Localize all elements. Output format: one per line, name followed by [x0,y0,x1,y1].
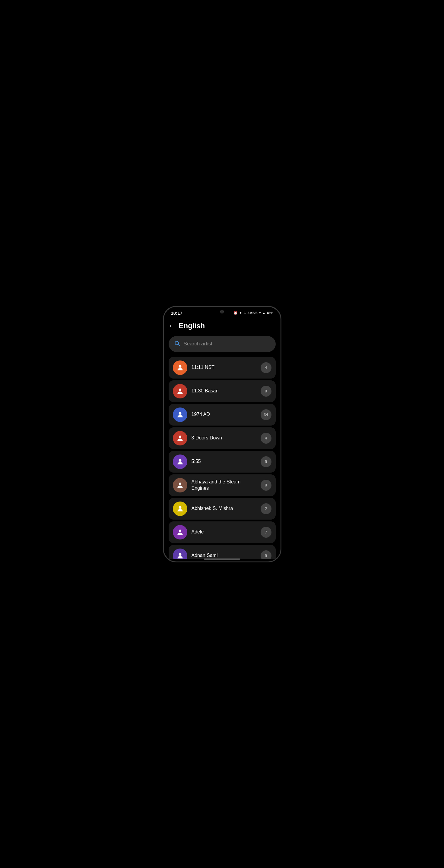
phone-inner: 18:17 ⏰ ✦ 0.13 KB/S ▾ ▲ 85% ← English [164,307,280,561]
list-item[interactable]: 11:30 Basan8 [169,380,276,402]
svg-point-3 [179,389,181,391]
svg-point-10 [179,553,181,556]
app-content: ← English 11:11 NST4 [164,317,280,559]
list-item[interactable]: 3 Doors Down4 [169,427,276,449]
signal-icon: ▲ [262,311,266,315]
track-count-badge: 5 [261,456,271,467]
svg-point-5 [179,435,181,438]
phone-frame: 18:17 ⏰ ✦ 0.13 KB/S ▾ ▲ 85% ← English [163,306,282,562]
artist-avatar [173,525,187,539]
bluetooth-icon: ✦ [239,311,242,315]
artist-name: Abhaya and the Steam Engines [191,479,256,492]
header: ← English [169,317,276,336]
svg-point-6 [179,459,181,462]
person-icon [176,364,184,372]
artist-list: 11:11 NST4 11:30 Basan8 1974 AD34 3 Door… [169,357,276,559]
list-item[interactable]: Adele7 [169,521,276,543]
track-count-badge: 7 [261,527,271,538]
track-count-badge: 9 [261,550,271,559]
person-icon [176,411,184,418]
artist-name: 1974 AD [191,411,256,418]
track-count-badge: 34 [261,409,271,420]
artist-avatar [173,361,187,375]
person-icon [176,458,184,466]
track-count-badge: 8 [261,386,271,397]
svg-point-9 [179,530,181,532]
artist-avatar [173,384,187,398]
wifi-icon: ▾ [259,311,261,315]
artist-avatar [173,478,187,493]
list-item[interactable]: 11:11 NST4 [169,357,276,378]
person-icon [176,481,184,489]
search-bar[interactable] [169,336,276,352]
artist-name: 5:55 [191,458,256,465]
list-item[interactable]: Abhaya and the Steam Engines8 [169,474,276,496]
person-icon [176,552,184,559]
bottom-indicator [164,559,280,561]
status-icons: ⏰ ✦ 0.13 KB/S ▾ ▲ 85% [233,311,273,315]
artist-avatar [173,501,187,516]
svg-point-4 [179,412,181,415]
svg-point-2 [179,365,181,368]
track-count-badge: 2 [261,503,271,514]
person-icon [176,387,184,395]
list-item[interactable]: 1974 AD34 [169,404,276,426]
person-icon [176,434,184,442]
artist-name: Abhishek S. Mishra [191,505,256,512]
artist-avatar [173,455,187,469]
artist-name: Adnan Sami [191,553,256,559]
svg-point-8 [179,506,181,509]
artist-name: 3 Doors Down [191,435,256,441]
search-input[interactable] [184,341,270,347]
network-speed: 0.13 KB/S [243,311,257,315]
svg-line-1 [178,344,179,346]
back-button[interactable]: ← [169,322,175,329]
artist-avatar [173,431,187,445]
status-bar: 18:17 ⏰ ✦ 0.13 KB/S ▾ ▲ 85% [164,307,280,317]
list-item[interactable]: 5:555 [169,451,276,472]
battery-text: 85% [267,311,273,315]
search-icon [174,340,180,348]
track-count-badge: 8 [261,480,271,491]
track-count-badge: 4 [261,362,271,373]
status-time: 18:17 [171,310,182,315]
artist-name: 11:11 NST [191,364,256,371]
artist-avatar [173,549,187,559]
track-count-badge: 4 [261,433,271,444]
camera-notch [220,310,224,313]
page-title: English [179,321,205,330]
svg-point-7 [179,483,181,485]
home-indicator [204,558,240,560]
artist-name: Adele [191,529,256,535]
list-item[interactable]: Abhishek S. Mishra2 [169,498,276,520]
alarm-icon: ⏰ [233,311,238,315]
list-item[interactable]: Adnan Sami9 [169,545,276,559]
artist-avatar [173,407,187,422]
person-icon [176,528,184,536]
artist-name: 11:30 Basan [191,388,256,394]
person-icon [176,505,184,513]
